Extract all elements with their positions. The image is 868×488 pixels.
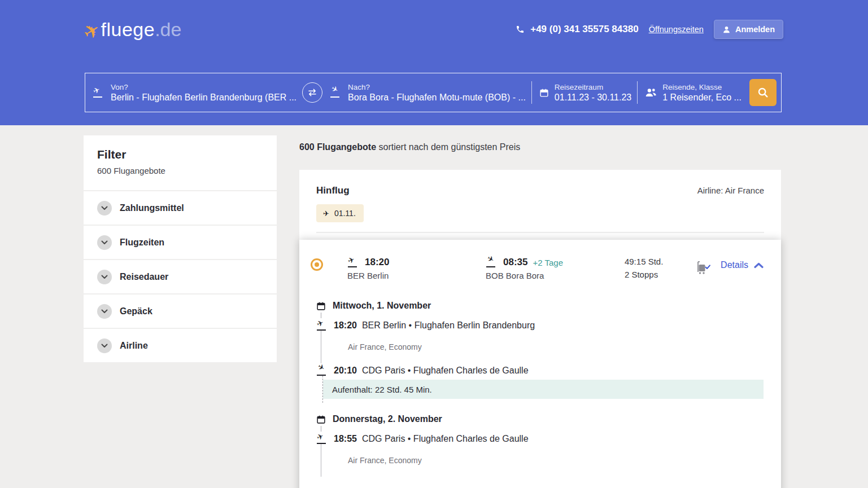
- plane-takeoff-icon: [347, 258, 360, 267]
- calendar-icon: [316, 415, 326, 424]
- plane-landing-icon: [486, 258, 498, 267]
- calendar-icon: [539, 87, 549, 98]
- filter-section-label: Flugzeiten: [120, 238, 164, 248]
- itinerary-arrival-row: 20:10CDG Paris • Flughafen Charles de Ga…: [316, 366, 764, 376]
- plane-landing-icon: [330, 88, 342, 98]
- timeline-tick: [321, 426, 764, 432]
- results-count-line: 600 Flugangebote sortiert nach dem günst…: [299, 142, 520, 152]
- divider: [316, 232, 764, 233]
- plane-landing-icon: [316, 366, 329, 376]
- origin-field[interactable]: Von? Berlin - Flughafen Berlin Brandenbu…: [85, 73, 302, 112]
- phone-icon: [516, 25, 525, 34]
- layover-section: Aufenthalt: 22 Std. 45 Min.: [322, 376, 764, 403]
- travelers-class-field[interactable]: Reisende, Klasse 1 Reisender, Eco ...: [638, 73, 747, 112]
- flight-time: 18:55: [334, 434, 357, 444]
- plane-icon: ✈: [323, 209, 329, 218]
- filter-title: Filter: [97, 148, 263, 161]
- swap-arrows-icon: [307, 89, 317, 96]
- arrival-summary: 08:35 +2 Tage BOB Bora Bora: [486, 257, 625, 280]
- flight-time: 18:20: [334, 320, 357, 331]
- expanded-flight-card: 18:20 BER Berlin 08:35 +2 Tage BOB Bora …: [299, 240, 781, 488]
- departure-summary: 18:20 BER Berlin: [347, 257, 486, 280]
- filter-section-zahlungsmittel[interactable]: Zahlungsmittel: [84, 190, 277, 225]
- timeline-tick: [321, 313, 764, 318]
- calendar-icon: [316, 301, 326, 311]
- itinerary-day-header: Mittwoch, 1. November: [316, 301, 764, 311]
- people-icon: [645, 87, 657, 98]
- swap-origin-destination-button[interactable]: [302, 82, 322, 103]
- itinerary-departure-row: 18:55CDG Paris • Flughafen Charles de Ga…: [316, 434, 764, 444]
- phone-number: +49 (0) 341 35575 84380: [516, 24, 638, 35]
- date-tab-chip[interactable]: ✈ 01.11.: [316, 204, 364, 222]
- plane-takeoff-icon: [316, 321, 329, 331]
- filter-section-reisedauer[interactable]: Reisedauer: [84, 259, 277, 293]
- filter-section-label: Reisedauer: [120, 272, 168, 282]
- flight-time: 20:10: [334, 366, 357, 376]
- filter-section-label: Airline: [120, 341, 148, 351]
- flight-offer-card: Hinflug Airline: Air France ✈ 01.11. 18:…: [299, 170, 781, 488]
- plane-takeoff-icon: [93, 88, 105, 98]
- filter-subtitle: 600 Flugangebote: [97, 166, 263, 175]
- airport-name: CDG Paris • Flughafen Charles de Gaulle: [362, 366, 529, 376]
- filter-section-gepäck[interactable]: Gepäck: [84, 293, 277, 328]
- chevron-down-icon[interactable]: [97, 235, 112, 250]
- logo-plane-icon: ✈: [80, 19, 103, 43]
- filter-section-label: Gepäck: [120, 306, 152, 316]
- filter-sidebar: Filter 600 Flugangebote ZahlungsmittelFl…: [84, 135, 277, 362]
- chevron-down-icon[interactable]: [97, 201, 112, 216]
- login-button[interactable]: Anmelden: [714, 20, 783, 39]
- flight-search-bar: Von? Berlin - Flughafen Berlin Brandenbu…: [85, 73, 782, 112]
- filter-section-flugzeiten[interactable]: Flugzeiten: [84, 225, 277, 259]
- header: ✈ fluege .de +49 (0) 341 35575 84380 Öff…: [0, 0, 868, 125]
- filter-section-label: Zahlungsmittel: [120, 203, 184, 213]
- chevron-up-icon: [754, 262, 764, 269]
- plane-takeoff-icon: [316, 434, 329, 444]
- logo-suffix: .de: [155, 19, 181, 41]
- flight-select-radio[interactable]: [311, 258, 323, 271]
- destination-field[interactable]: Nach? Bora Bora - Flughafen Motu-mute (B…: [322, 73, 531, 112]
- logo[interactable]: ✈ fluege .de: [84, 19, 181, 41]
- filter-header: Filter 600 Flugangebote: [84, 135, 277, 190]
- segment-airline-class: Air France, Economy: [321, 444, 764, 477]
- airport-name: BER Berlin • Flughafen Berlin Brandenbur…: [362, 320, 535, 331]
- search-submit-button[interactable]: [749, 79, 777, 106]
- travel-dates-field[interactable]: Reisezeitraum 01.11.23 - 30.11.23: [532, 73, 637, 112]
- luggage-check-icon: [694, 260, 711, 276]
- airport-name: CDG Paris • Flughafen Charles de Gaulle: [362, 434, 529, 444]
- search-icon: [757, 86, 769, 99]
- opening-hours-link[interactable]: Öffnungszeiten: [649, 25, 704, 34]
- chevron-down-icon[interactable]: [97, 304, 112, 319]
- details-toggle[interactable]: Details: [721, 257, 764, 270]
- logo-text: fluege: [101, 19, 155, 41]
- chevron-down-icon[interactable]: [97, 270, 112, 284]
- airline-label: Airline: Air France: [697, 186, 764, 195]
- segment-airline-class: Air France, Economy: [321, 331, 764, 363]
- duration-stops: 49:15 Std. 2 Stopps: [625, 257, 684, 279]
- itinerary-departure-row: 18:20BER Berlin • Flughafen Berlin Brand…: [316, 320, 764, 331]
- layover-duration-box: Aufenthalt: 22 Std. 45 Min.: [323, 380, 764, 399]
- filter-section-airline[interactable]: Airline: [84, 328, 277, 362]
- itinerary: Mittwoch, 1. November18:20BER Berlin • F…: [299, 280, 781, 488]
- direction-label: Hinflug: [316, 185, 350, 196]
- itinerary-day-header: Donnerstag, 2. November: [316, 414, 764, 424]
- person-icon: [722, 25, 731, 34]
- chevron-down-icon[interactable]: [97, 338, 112, 353]
